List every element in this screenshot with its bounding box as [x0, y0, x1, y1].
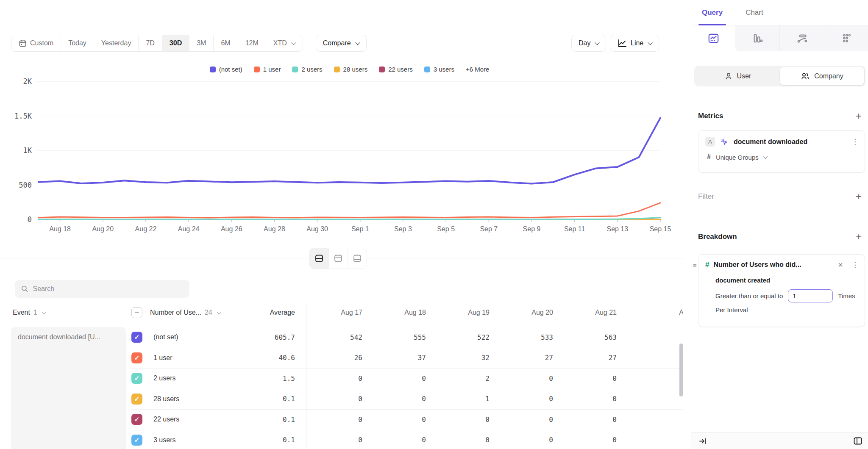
times-value-input[interactable]	[788, 289, 833, 302]
column-divider	[306, 302, 306, 449]
row-checkbox[interactable]: ✓	[131, 373, 142, 384]
data-value: 0	[319, 436, 383, 444]
split-view-button[interactable]	[309, 248, 328, 269]
data-value: 522	[446, 333, 510, 341]
data-value: 0	[383, 395, 446, 403]
row-label: 3 users	[150, 436, 235, 444]
data-value: 555	[383, 333, 446, 341]
chevron-down-icon	[217, 310, 221, 314]
chart-only-view-button[interactable]	[328, 248, 348, 269]
date-column-header[interactable]: Aug 17	[319, 309, 383, 316]
metric-menu-icon[interactable]: ⋮	[851, 138, 859, 145]
date-column-header[interactable]: Aug 22	[637, 309, 683, 316]
collapse-panel-button[interactable]	[698, 437, 707, 446]
table-row: ✓2 users1.5002000	[0, 368, 683, 389]
bar-chart-type-tab[interactable]	[735, 25, 779, 51]
date-column-header[interactable]: Aug 20	[510, 309, 573, 316]
table-scrollbar[interactable]	[679, 344, 683, 396]
event-column-header[interactable]: Event 1	[0, 309, 131, 316]
user-segment[interactable]: User	[696, 67, 780, 85]
data-value: 0	[510, 395, 573, 403]
data-value: 0	[637, 374, 683, 382]
line-chart[interactable]: 05001K1.5K2KAug 18Aug 20Aug 22Aug 24Aug …	[0, 0, 691, 263]
event-count: 1	[33, 309, 37, 316]
close-icon[interactable]: ×	[838, 261, 843, 269]
x-axis-label: Sep 9	[523, 225, 541, 233]
data-value: 0	[319, 416, 383, 424]
data-value: 26	[319, 354, 383, 362]
company-segment[interactable]: Company	[780, 67, 864, 85]
row-checkbox[interactable]: ✓	[131, 414, 142, 425]
measure-type-icon: #	[707, 153, 711, 161]
filter-section-header: Filter +	[698, 191, 862, 202]
x-axis-label: Sep 11	[564, 225, 585, 233]
average-value: 0.1	[235, 416, 297, 424]
x-axis-label: Aug 30	[306, 225, 328, 233]
data-value: 542	[319, 333, 383, 341]
row-checkbox[interactable]: ✓	[131, 332, 142, 343]
breakdown-title: Breakdown	[698, 233, 737, 241]
event-cursor-icon	[720, 137, 729, 147]
panel-tabs: Query Chart	[691, 0, 868, 25]
table-row: ✓22 users0.1000000	[0, 409, 683, 430]
search-input[interactable]	[33, 285, 184, 293]
add-metric-button[interactable]: +	[856, 111, 862, 121]
drag-handle-icon[interactable]: ≡	[693, 262, 697, 269]
metric-letter-badge: A	[705, 137, 715, 147]
add-breakdown-button[interactable]: +	[856, 232, 862, 242]
line-chart-icon	[708, 33, 719, 44]
x-axis-label: Aug 24	[178, 225, 200, 233]
breakdown-section-header: Breakdown +	[698, 232, 862, 242]
table-row: ✓1 user40.6263732272728	[0, 348, 683, 369]
row-checkbox[interactable]: ✓	[131, 394, 142, 405]
data-value: 0	[573, 374, 637, 382]
date-column-header[interactable]: Aug 18	[383, 309, 446, 316]
metric-card[interactable]: A document downloaded ⋮ # Unique Groups	[698, 130, 865, 173]
line-chart-type-tab[interactable]	[691, 25, 735, 51]
x-axis-label: Aug 26	[221, 225, 242, 233]
arrow-to-bar-icon	[698, 437, 707, 446]
search-box[interactable]	[15, 280, 189, 298]
data-value: 0	[573, 416, 637, 424]
date-column-header[interactable]: Aug 19	[446, 309, 510, 316]
per-interval-label: Per Interval	[715, 306, 859, 313]
row-checkbox[interactable]: ✓	[131, 352, 142, 363]
date-column-header[interactable]: Aug 21	[573, 309, 637, 316]
data-value: 0	[573, 436, 637, 444]
add-filter-button[interactable]: +	[856, 191, 862, 202]
users-group-icon	[801, 72, 810, 80]
table-only-view-button[interactable]	[348, 248, 367, 269]
y-axis-label: 1.5K	[14, 112, 32, 120]
bar-chart-icon	[752, 33, 763, 44]
panel-bottom-bar	[691, 432, 868, 449]
x-axis-label: Sep 15	[650, 225, 671, 233]
average-value: 0.1	[235, 395, 297, 403]
grid-dots-type-tab[interactable]	[824, 25, 868, 51]
flow-chart-icon	[796, 33, 808, 44]
measure-dropdown[interactable]: Unique Groups	[716, 154, 767, 161]
data-value: 2	[446, 374, 510, 382]
data-value: 0	[510, 374, 573, 382]
table-header-row: Event 1 − Number of Use... 24 Average Au…	[0, 302, 683, 323]
tab-chart[interactable]: Chart	[746, 0, 763, 25]
data-value: 0	[446, 416, 510, 424]
row-label: (not set)	[150, 333, 235, 341]
users-column-header[interactable]: Number of Use... 24	[150, 309, 235, 316]
breakdown-card[interactable]: # Number of Users who did... × ⋮ documen…	[698, 254, 865, 327]
data-value: 0	[383, 374, 446, 382]
row-label: 22 users	[150, 416, 235, 423]
funnel-flow-type-tab[interactable]	[779, 25, 824, 51]
select-all-checkbox[interactable]: −	[131, 307, 142, 318]
average-value: 40.6	[235, 354, 297, 362]
row-label: 1 user	[150, 354, 235, 362]
data-value: 0	[383, 436, 446, 444]
row-checkbox[interactable]: ✓	[131, 435, 142, 446]
breakdown-menu-icon[interactable]: ⋮	[851, 261, 859, 269]
tab-query[interactable]: Query	[702, 0, 723, 25]
data-value: 0	[383, 416, 446, 424]
y-axis-label: 1K	[23, 146, 32, 155]
data-value: 533	[510, 333, 573, 341]
data-value: 0	[637, 395, 683, 403]
toggle-side-panel-button[interactable]	[853, 436, 862, 446]
x-axis-label: Sep 1	[351, 225, 369, 233]
